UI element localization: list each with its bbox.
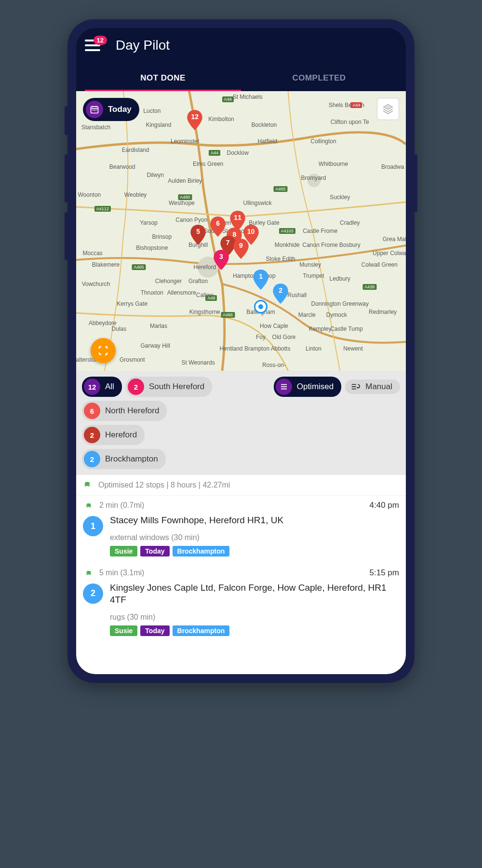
stop-item[interactable]: 5 min (3.1mi) 5:15 pm 2 Kingsley Jones C… bbox=[76, 563, 406, 643]
tag: Today bbox=[140, 625, 169, 636]
tab-not-done[interactable]: NOT DONE bbox=[85, 67, 241, 91]
svg-point-29 bbox=[90, 573, 90, 573]
map[interactable]: LuctonSt MichaelsShels BeauchClifton upo… bbox=[76, 91, 406, 371]
tag: Brockhampton bbox=[173, 546, 230, 556]
tab-completed[interactable]: COMPLETED bbox=[241, 67, 397, 91]
date-selector[interactable]: Today bbox=[83, 98, 139, 121]
filter-north-hereford[interactable]: 6 North Hereford bbox=[82, 401, 167, 421]
tag: Susie bbox=[110, 546, 137, 556]
stop-task: external windows (30 min) bbox=[110, 533, 399, 542]
filter-brock-count: 2 bbox=[84, 451, 100, 467]
svg-point-24 bbox=[85, 485, 86, 486]
filter-hereford-label: Hereford bbox=[105, 430, 137, 440]
stop-task: rugs (30 min) bbox=[110, 613, 399, 622]
tag: Susie bbox=[110, 625, 137, 636]
mode-optimised[interactable]: Optimised bbox=[274, 377, 342, 397]
svg-point-28 bbox=[87, 573, 88, 573]
svg-point-25 bbox=[88, 485, 89, 486]
phone-frame: 12 Day Pilot NOT DONE COMPLETED bbox=[67, 19, 415, 683]
stop-number-badge: 1 bbox=[83, 516, 103, 536]
filter-north-label: North Hereford bbox=[105, 406, 159, 416]
filter-hereford[interactable]: 2 Hereford bbox=[82, 425, 145, 445]
stop-tags: SusieTodayBrockhampton bbox=[110, 625, 399, 636]
stop-time: 4:40 pm bbox=[370, 501, 399, 510]
car-icon bbox=[85, 569, 93, 578]
filter-south-hereford[interactable]: 2 South Hereford bbox=[126, 377, 212, 397]
car-icon bbox=[85, 502, 93, 511]
stop-address: Stacey Mills Fownhope, Hereford HR1, UK bbox=[110, 514, 399, 527]
mode-manual-label: Manual bbox=[365, 382, 392, 392]
svg-point-27 bbox=[90, 506, 90, 506]
filter-north-count: 6 bbox=[84, 403, 100, 419]
map-pin[interactable]: 12 bbox=[187, 110, 202, 130]
tag: Brockhampton bbox=[173, 625, 230, 636]
svg-point-8 bbox=[94, 110, 95, 111]
stops-list[interactable]: Optimised 12 stops | 8 hours | 42.27mi 2… bbox=[76, 475, 406, 674]
date-label: Today bbox=[108, 105, 132, 114]
filter-hereford-count: 2 bbox=[84, 427, 100, 443]
map-pin[interactable]: 6 bbox=[210, 217, 226, 237]
tabs: NOT DONE COMPLETED bbox=[85, 67, 397, 91]
stop-address: Kingsley Jones Caple Ltd, Falcon Forge, … bbox=[110, 582, 399, 606]
filter-brockhampton[interactable]: 2 Brockhampton bbox=[82, 449, 166, 469]
app-header: 12 Day Pilot NOT DONE COMPLETED bbox=[76, 28, 406, 91]
filter-south-count: 2 bbox=[128, 379, 144, 395]
svg-point-2 bbox=[308, 174, 321, 187]
recenter-button[interactable] bbox=[91, 338, 116, 363]
manual-icon bbox=[350, 381, 361, 392]
svg-point-9 bbox=[95, 110, 96, 111]
route-summary-text: Optimised 12 stops | 8 hours | 42.27mi bbox=[98, 481, 230, 489]
current-location-dot bbox=[254, 300, 268, 313]
menu-button[interactable]: 12 bbox=[85, 40, 100, 51]
filter-all-label: All bbox=[105, 382, 114, 392]
filter-all-count: 12 bbox=[84, 379, 100, 395]
stop-travel-meta: 2 min (0.7mi) bbox=[99, 501, 144, 510]
filter-brock-label: Brockhampton bbox=[105, 454, 158, 464]
svg-point-26 bbox=[87, 506, 88, 506]
filter-all[interactable]: 12 All bbox=[82, 377, 122, 397]
mode-manual[interactable]: Manual bbox=[345, 380, 400, 394]
page-title: Day Pilot bbox=[116, 38, 170, 53]
stop-time: 5:15 pm bbox=[370, 568, 399, 578]
filter-south-label: South Hereford bbox=[149, 382, 204, 392]
svg-point-7 bbox=[93, 110, 94, 111]
stop-tags: SusieTodayBrockhampton bbox=[110, 546, 399, 556]
map-pin[interactable]: 3 bbox=[214, 250, 229, 270]
calendar-icon bbox=[86, 101, 103, 118]
route-summary: Optimised 12 stops | 8 hours | 42.27mi bbox=[76, 475, 406, 496]
menu-badge: 12 bbox=[94, 36, 107, 45]
car-icon bbox=[83, 480, 92, 490]
map-pin[interactable]: 2 bbox=[273, 284, 288, 304]
layers-icon bbox=[382, 103, 394, 115]
list-icon bbox=[276, 379, 292, 395]
layers-button[interactable] bbox=[377, 98, 399, 120]
filter-bar: 12 All 2 South Hereford Optimised Manual bbox=[76, 371, 406, 475]
screen: 12 Day Pilot NOT DONE COMPLETED bbox=[76, 28, 406, 674]
tag: Today bbox=[140, 546, 169, 556]
map-pin[interactable]: 1 bbox=[253, 270, 268, 290]
stop-travel-meta: 5 min (3.1mi) bbox=[99, 569, 144, 577]
stop-item[interactable]: 2 min (0.7mi) 4:40 pm 1 Stacey Mills Fow… bbox=[76, 496, 406, 563]
stop-number-badge: 2 bbox=[83, 583, 103, 604]
map-pin[interactable]: 9 bbox=[233, 239, 249, 259]
map-pin[interactable]: 5 bbox=[190, 225, 206, 245]
mode-optimised-label: Optimised bbox=[297, 382, 334, 392]
crosshair-icon bbox=[97, 345, 109, 356]
